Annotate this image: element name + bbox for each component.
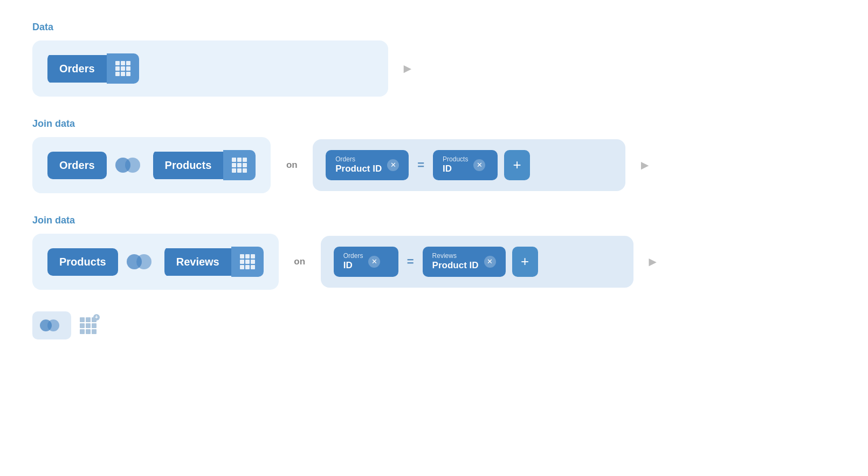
join2-on-label: on	[292, 256, 308, 267]
join2-right-close[interactable]: ✕	[484, 256, 496, 268]
join1-left-table-btn[interactable]: Orders	[47, 152, 107, 179]
join2-reviews-label: Reviews	[164, 248, 231, 276]
toolbar-grid-icon: +	[80, 317, 97, 334]
join2-right-sub: Reviews	[432, 252, 479, 260]
join1-equals: =	[417, 158, 424, 172]
join2-left-main: ID	[343, 260, 363, 271]
join2-left-close[interactable]: ✕	[368, 256, 380, 268]
join2-left-condition-inner: Orders ID	[343, 252, 363, 271]
join1-products-label: Products	[153, 152, 224, 179]
join1-left-sub: Orders	[335, 155, 382, 163]
join1-condition-panel: Orders Product ID ✕ = Products ID ✕ +	[313, 139, 625, 191]
join2-add-btn[interactable]: +	[512, 247, 538, 277]
join2-section-label: Join data	[32, 215, 836, 226]
join1-add-btn[interactable]: +	[504, 150, 530, 180]
join1-section-label: Join data	[32, 118, 836, 130]
join2-left-condition[interactable]: Orders ID ✕	[334, 247, 398, 277]
join1-right-condition[interactable]: Products ID ✕	[433, 150, 498, 180]
join1-left-main: Product ID	[335, 163, 382, 175]
join1-right-table-btn[interactable]: Products	[153, 150, 256, 180]
circle-right-2	[136, 254, 151, 269]
data-section-label: Data	[32, 22, 836, 33]
circle-right	[125, 158, 140, 173]
toolbar-add-table-btn[interactable]: +	[80, 317, 97, 334]
join2-left-table-btn[interactable]: Products	[47, 248, 118, 276]
join1-row: Orders Products on	[32, 137, 836, 193]
join2-left-sub: Orders	[343, 252, 363, 260]
toolbar-circle-right	[47, 319, 59, 331]
orders-grid-icon[interactable]	[107, 53, 139, 84]
join1-section: Join data Orders Products	[32, 118, 836, 193]
join2-equals: =	[407, 255, 414, 269]
join2-right-table-btn[interactable]: Reviews	[164, 247, 264, 277]
join1-on-label: on	[284, 160, 300, 171]
toolbar-overlap-icon	[40, 317, 64, 334]
join1-right-main: ID	[443, 163, 468, 175]
join1-right-condition-inner: Products ID	[443, 155, 468, 175]
join2-right-condition[interactable]: Reviews Product ID ✕	[423, 247, 506, 277]
join2-right-main: Product ID	[432, 260, 479, 271]
join1-products-grid-icon[interactable]	[223, 150, 256, 180]
data-section: Data Orders ►	[32, 22, 836, 97]
orders-table-btn[interactable]: Orders	[47, 53, 139, 84]
join1-left-close[interactable]: ✕	[387, 159, 399, 171]
grid-icon-3	[240, 254, 255, 269]
join2-arrow[interactable]: ►	[646, 254, 659, 269]
toolbar-join-btn[interactable]	[32, 311, 71, 339]
join2-tables-panel: Products Reviews	[32, 234, 279, 290]
bottom-toolbar: +	[32, 311, 836, 339]
join2-condition-panel: Orders ID ✕ = Reviews Product ID ✕ +	[321, 236, 633, 288]
data-arrow[interactable]: ►	[401, 61, 414, 76]
join1-left-condition[interactable]: Orders Product ID ✕	[326, 150, 409, 180]
join2-products-label: Products	[47, 248, 118, 276]
join2-reviews-grid-icon[interactable]	[231, 247, 264, 277]
grid-icon-2	[232, 158, 247, 173]
toolbar-plus-overlay: +	[93, 314, 100, 321]
join1-overlap-icon[interactable]	[115, 154, 144, 176]
join2-right-condition-inner: Reviews Product ID	[432, 252, 479, 271]
join2-overlap-icon[interactable]	[127, 251, 156, 273]
join1-right-sub: Products	[443, 155, 468, 163]
data-row: Orders ►	[32, 40, 836, 97]
join1-orders-label: Orders	[47, 152, 107, 179]
data-panel: Orders	[32, 40, 388, 97]
join1-tables-panel: Orders Products	[32, 137, 271, 193]
join2-row: Products Reviews on	[32, 234, 836, 290]
orders-label: Orders	[47, 55, 107, 83]
join1-left-condition-inner: Orders Product ID	[335, 155, 382, 175]
join1-right-close[interactable]: ✕	[473, 159, 485, 171]
join1-arrow[interactable]: ►	[638, 158, 651, 173]
grid-icon	[115, 61, 130, 76]
join2-section: Join data Products Reviews	[32, 215, 836, 290]
